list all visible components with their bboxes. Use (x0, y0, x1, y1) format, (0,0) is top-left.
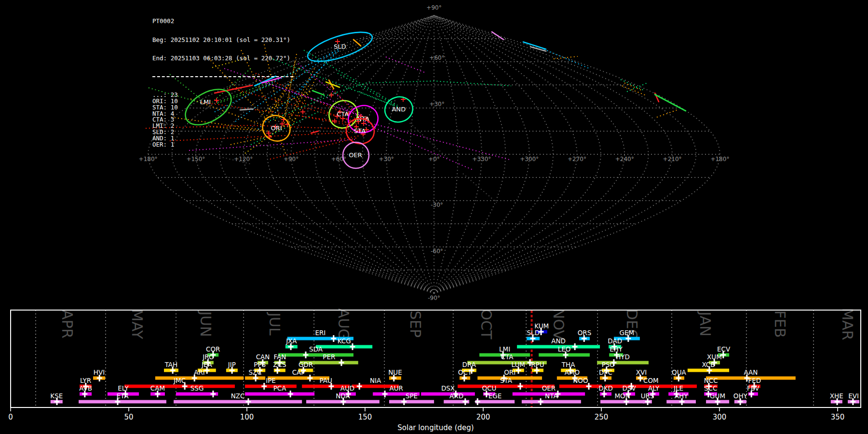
shower-label-SSG: SSG (190, 384, 204, 392)
shower-peak-marker-PCA (288, 391, 293, 397)
shower-label-NTA: NTA (545, 392, 558, 400)
radiant-label-CTA: CTA (337, 110, 349, 118)
map-lon-label: +300° (520, 156, 539, 163)
shower-label-XUM: XUM (707, 353, 722, 361)
shower-bar-NTA (522, 400, 581, 404)
shower-label-NDA: NDA (336, 392, 350, 400)
shower-label-EVI: EVI (848, 392, 859, 400)
shower-label-LYR: LYR (80, 377, 91, 384)
shower-bar-IPE (245, 385, 297, 388)
shower-label-LMI: LMI (499, 345, 510, 353)
shower-bar-DSX (421, 393, 475, 396)
x-axis-tick-label: 300 (713, 413, 727, 421)
meteor-track (311, 131, 318, 133)
shower-XHE: XHE (830, 392, 843, 405)
shower-label-NZC: NZC (231, 392, 245, 400)
map-lon-label: +90° (284, 156, 298, 163)
shower-label-JRC: JRC (202, 353, 213, 361)
radiant-label-OER: OER (349, 151, 362, 159)
shower-peak-marker-PER (339, 359, 344, 366)
map-lon-label: +240° (615, 156, 634, 163)
month-label-APR: APR (59, 310, 76, 338)
map-lat-label: +30° (429, 101, 444, 108)
meteor-cross-marker (300, 109, 305, 114)
shower-label-ERI: ERI (315, 329, 326, 337)
shower-bar-JMC (124, 385, 235, 388)
shower-HVI: HVI (93, 368, 105, 381)
meteor-track (492, 32, 503, 40)
shower-label-OCT: OCT (458, 368, 472, 376)
shower-label-PCA: PCA (273, 384, 287, 392)
shower-CAM: CAM (150, 384, 165, 397)
map-lat-label: -30° (431, 202, 443, 208)
shower-peak-marker-AUR (382, 391, 388, 397)
shower-label-EHY: EHY (610, 345, 623, 353)
shower-label-ALY: ALY (648, 384, 660, 392)
meteor-trail (366, 124, 473, 170)
radiant-label-STA: STA (354, 127, 366, 135)
x-axis-tick-label: 150 (358, 413, 372, 421)
shower-label-COM: COM (643, 377, 659, 384)
shower-peak-marker-AND (572, 343, 578, 350)
begin-time: Beg: 20251102 20:10:01 (sol = 220.31°) (152, 37, 293, 43)
month-label-NOV: NOV (550, 308, 567, 340)
shower-label-SDA: SDA (309, 345, 323, 353)
shower-label-AUD: AUD (340, 384, 355, 392)
month-label-MAR: MAR (839, 308, 856, 340)
meteor-trail (657, 110, 677, 117)
meteor-trail (410, 123, 448, 159)
shower-label-CAP: CAP (292, 368, 305, 376)
activity-timeline: APRMAYJUNJULAUGSEPOCTNOVDECJANFEBMARKUME… (8, 308, 861, 432)
shower-bar-EGE (475, 400, 515, 404)
shower-bar-ETA (79, 400, 166, 404)
month-label-FEB: FEB (772, 311, 788, 338)
shower-DPC: DPC (599, 368, 612, 381)
map-lon-label: +330° (472, 156, 491, 163)
shower-label-GDR: GDR (298, 361, 313, 368)
shower-label-SLD: SLD (527, 329, 540, 337)
shower-label-MON: MON (614, 392, 630, 400)
shower-label-IPE: IPE (266, 377, 276, 384)
shower-label-ARI: ARI (194, 368, 205, 376)
shower-peak-marker-CAP (307, 375, 312, 381)
x-axis-tick-label: 50 (124, 413, 133, 421)
map-lon-label: +0° (428, 156, 440, 163)
shower-bar-MON (600, 400, 644, 404)
shower-NDA: NDA (306, 392, 380, 405)
shower-QUA: QUA (672, 368, 687, 381)
shower-label-OER: OER (542, 384, 556, 392)
shower-label-AVB: AVB (79, 384, 92, 392)
month-label-SEP: SEP (407, 311, 424, 338)
shower-label-NOO: NOO (573, 377, 588, 384)
shower-GUM: GUM (706, 392, 729, 405)
map-lon-label: +270° (568, 156, 586, 163)
shower-label-TAH: TAH (164, 361, 178, 368)
shower-label-HYD: HYD (616, 353, 630, 361)
shower-label-GUM: GUM (710, 392, 725, 400)
x-axis-tick-label: 0 (8, 413, 13, 421)
shower-label-JIP: JIP (228, 361, 236, 368)
x-axis-tick-label: 250 (595, 413, 609, 421)
shower-label-ARD: ARD (449, 392, 463, 400)
shower-bar-SPE (389, 400, 434, 404)
shower-bar-NOO (559, 385, 602, 388)
shower-JXA: JXA (285, 337, 298, 350)
shower-EVI: EVI (848, 392, 859, 405)
map-lon-label: +120° (234, 156, 253, 163)
shower-label-COR: COR (206, 345, 220, 353)
radiant-SLD: SLD (305, 26, 376, 67)
shower-peak-marker-NIA (357, 383, 362, 390)
meteor-trail (299, 68, 332, 76)
shower-label-PPS: PPS (254, 361, 266, 368)
shower-bar-PCA (245, 393, 314, 396)
shower-label-PSU: PSU (602, 361, 615, 368)
shower-label-LUM: LUM (512, 361, 525, 368)
month-label-JUN: JUN (197, 310, 214, 337)
sky-map-and-timeline-plot: +180°+150°+120°+90°+60°+30°+0°+330°+300°… (0, 0, 868, 434)
shower-label-XHE: XHE (830, 392, 843, 400)
meteor-trail (311, 81, 511, 100)
shower-SLD: SLD (527, 329, 540, 342)
shower-label-SCC: SCC (704, 384, 717, 392)
shower-OHY: OHY (733, 392, 748, 405)
shower-label-NUE: NUE (388, 368, 402, 376)
